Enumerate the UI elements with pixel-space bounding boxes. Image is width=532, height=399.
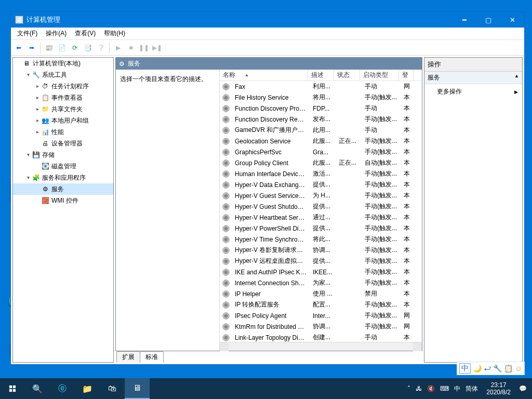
menu-action[interactable]: 操作(A) <box>42 28 71 39</box>
tree-item[interactable]: 💽磁盘管理 <box>13 161 113 172</box>
notifications-icon[interactable]: 💬 <box>519 385 527 392</box>
tab-extended[interactable]: 扩展 <box>116 351 140 363</box>
menu-file[interactable]: 文件(F) <box>13 28 42 39</box>
close-button[interactable]: ✕ <box>500 12 524 28</box>
moon-icon[interactable]: 🌙 <box>473 364 482 373</box>
back-button[interactable]: ⬅ <box>13 42 24 54</box>
keyboard-icon[interactable]: ⌨ <box>440 385 449 392</box>
store-button[interactable]: 🛍 <box>100 378 125 399</box>
tree-item[interactable]: ▸📊性能 <box>13 126 113 138</box>
horizontal-scrollbar[interactable] <box>220 342 422 351</box>
service-row[interactable]: IKE and AuthIP IPsec Key... IKEE... 手动(触… <box>220 267 422 277</box>
col-log[interactable]: 登 <box>399 70 414 81</box>
volume-icon[interactable]: 🔇 <box>427 385 435 392</box>
service-row[interactable]: Hyper-V 卷影复制请求程序 协调... 手动(触发... 本 <box>220 245 422 256</box>
tray-chevron-icon[interactable]: ˄ <box>407 385 410 392</box>
ime-badge[interactable]: 中 <box>459 363 471 374</box>
tree-item[interactable]: 🖨设备管理器 <box>13 138 113 149</box>
service-row[interactable]: Link-Layer Topology Disc... 创建... 手动 本 <box>220 332 422 342</box>
export-button[interactable]: 📑 <box>82 42 94 54</box>
twisty-icon[interactable]: ▸ <box>34 127 41 137</box>
restart-service-button[interactable]: ▶❚ <box>151 42 163 54</box>
col-desc[interactable]: 描述 <box>308 70 334 81</box>
compmgmt-task-button[interactable]: 🖥 <box>125 378 150 399</box>
tab-standard[interactable]: 标准 <box>140 351 164 363</box>
maximize-button[interactable]: ▢ <box>476 12 500 28</box>
cell-start: 手动(触发... <box>362 300 401 309</box>
service-row[interactable]: File History Service 将用... 手动(触发... 本 <box>220 92 422 103</box>
clipboard-icon[interactable]: 📋 <box>504 364 513 373</box>
list-header[interactable]: 名称▲ 描述 状态 启动类型 登 <box>220 70 422 81</box>
show-hide-tree-button[interactable]: 📰 <box>43 42 55 54</box>
tree-item[interactable]: ▸👥本地用户和组 <box>13 115 113 126</box>
wrench-icon[interactable]: 🔧 <box>493 364 502 373</box>
twisty-icon[interactable]: ▾ <box>24 150 32 159</box>
service-row[interactable]: GraphicsPerfSvc Gra... 手动(触发... 本 <box>220 147 422 157</box>
service-row[interactable]: GameDVR 和广播用户服务... 此用... 手动 本 <box>220 125 422 136</box>
start-button[interactable] <box>0 378 25 399</box>
properties-button[interactable]: 📄 <box>56 42 68 54</box>
service-row[interactable]: Hyper-V PowerShell Dire... 提供... 手动(触发..… <box>220 223 422 234</box>
refresh-button[interactable]: ⟳ <box>69 42 81 54</box>
service-row[interactable]: Internet Connection Shari... 为家... 手动(触发… <box>220 277 422 288</box>
minimize-button[interactable]: ━ <box>453 12 476 28</box>
service-row[interactable]: Function Discovery Provi... FDP... 手动 本 <box>220 103 422 114</box>
cell-name: IKE and AuthIP IPsec Key... <box>232 269 310 276</box>
twisty-icon[interactable]: ▸ <box>34 104 41 114</box>
service-row[interactable]: IP 转换配置服务 配置... 手动(触发... 本 <box>220 299 422 310</box>
service-row[interactable]: IPsec Policy Agent Inter... 手动(触发... 网 <box>220 310 422 321</box>
forward-button[interactable]: ➡ <box>26 42 37 54</box>
start-service-button[interactable]: ▶ <box>112 42 124 54</box>
service-row[interactable]: Hyper-V 远程桌面虚拟化... 提供... 手动(触发... 本 <box>220 256 422 267</box>
service-row[interactable]: Hyper-V Heartbeat Service 通过... 手动(触发...… <box>220 212 422 223</box>
service-row[interactable]: Hyper-V Guest Shutdown... 提供... 手动(触发...… <box>220 201 422 212</box>
ime-float-bar[interactable]: 中 🌙 ⮐ 🔧 📋 ☺ <box>457 362 525 375</box>
twisty-icon[interactable]: ▸ <box>34 116 41 125</box>
system-tray[interactable]: ˄ 🖧 🔇 ⌨ 中 简体 23:17 2020/8/2 💬 <box>407 378 532 399</box>
service-row[interactable]: Human Interface Device ... 激活... 手动(触发..… <box>220 168 422 179</box>
edge-button[interactable]: ⓔ <box>50 378 75 399</box>
pause-service-button[interactable]: ❚❚ <box>138 42 150 54</box>
service-row[interactable]: Geolocation Service 此服... 正在... 手动(触发...… <box>220 136 422 147</box>
tree-item[interactable]: ▾🔧系统工具 <box>13 69 113 81</box>
service-row[interactable]: KtmRm for Distributed Tr... 协调... 手动(触发.… <box>220 321 422 332</box>
twisty-icon[interactable]: ▾ <box>24 173 32 182</box>
ime-mode[interactable]: 简体 <box>466 384 478 393</box>
service-row[interactable]: Hyper-V Guest Service In... 为 H... 手动(触发… <box>220 190 422 201</box>
twisty-icon[interactable]: ▸ <box>34 82 41 91</box>
tree-item[interactable]: ⚙服务 <box>13 183 113 195</box>
tree-item[interactable]: ▾🧩服务和应用程序 <box>13 172 113 183</box>
navigation-tree[interactable]: 🖥计算机管理(本地)▾🔧系统工具▸⏱任务计划程序▸📋事件查看器▸📁共享文件夹▸👥… <box>12 57 114 363</box>
tree-item[interactable]: ▸📁共享文件夹 <box>13 103 113 115</box>
menu-view[interactable]: 查看(V) <box>71 28 100 39</box>
smile-icon[interactable]: ☺ <box>515 364 522 373</box>
tree-item[interactable]: ▾💾存储 <box>13 149 113 161</box>
tree-item[interactable]: 🖥计算机管理(本地) <box>13 58 113 69</box>
explorer-button[interactable]: 📁 <box>75 378 100 399</box>
tree-item[interactable]: ▸📋事件查看器 <box>13 92 113 103</box>
tree-item[interactable]: 🧱WMI 控件 <box>13 195 113 206</box>
twisty-icon[interactable]: ▾ <box>24 70 32 79</box>
network-icon[interactable]: 🖧 <box>416 385 422 392</box>
service-row[interactable]: Fax 利用... 手动 网 <box>220 81 422 92</box>
search-button[interactable]: 🔍 <box>25 378 50 399</box>
return-icon[interactable]: ⮐ <box>484 364 491 373</box>
service-row[interactable]: IP Helper 使用 ... 禁用 本 <box>220 288 422 299</box>
actions-more[interactable]: 更多操作 <box>424 84 522 99</box>
service-row[interactable]: Hyper-V Time Synchroniz... 将此... 手动(触发..… <box>220 234 422 245</box>
taskbar[interactable]: 🔍 ⓔ 📁 🛍 🖥 ˄ 🖧 🔇 ⌨ 中 简体 23:17 2020/8/2 💬 <box>0 378 532 399</box>
col-name[interactable]: 名称▲ <box>220 70 308 81</box>
service-row[interactable]: Hyper-V Data Exchange ... 提供... 手动(触发...… <box>220 179 422 190</box>
tree-item[interactable]: ▸⏱任务计划程序 <box>13 81 113 92</box>
service-row[interactable]: Function Discovery Reso... 发布... 手动(触发..… <box>220 114 422 125</box>
col-start[interactable]: 启动类型 <box>360 70 399 81</box>
stop-service-button[interactable]: ■ <box>125 42 137 54</box>
menu-help[interactable]: 帮助(H) <box>100 28 129 39</box>
service-row[interactable]: Group Policy Client 此服... 正在... 自动(触发...… <box>220 157 422 168</box>
twisty-icon[interactable]: ▸ <box>34 93 41 102</box>
clock[interactable]: 23:17 2020/8/2 <box>483 381 514 396</box>
titlebar[interactable]: 🖥 计算机管理 ━ ▢ ✕ <box>11 12 524 28</box>
help-button[interactable]: ❔ <box>95 42 107 54</box>
ime-lang[interactable]: 中 <box>454 384 460 393</box>
col-state[interactable]: 状态 <box>334 70 360 81</box>
